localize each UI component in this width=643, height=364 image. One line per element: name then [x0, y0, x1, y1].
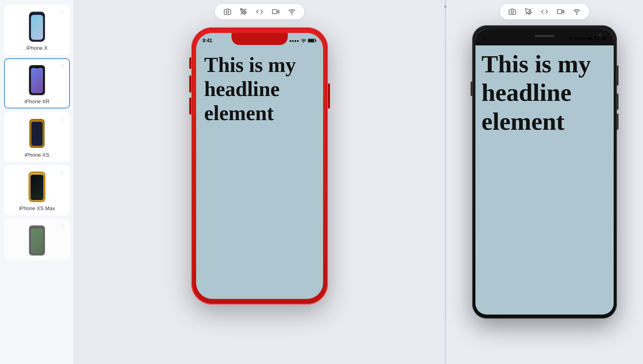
svg-point-14 [576, 14, 577, 14]
code-icon[interactable] [255, 7, 264, 16]
android-vol-up-button [617, 94, 618, 110]
android-vol-down-button [617, 114, 618, 130]
left-preview-pane: 9:41 ●●●● [74, 0, 445, 364]
video-icon[interactable] [271, 7, 280, 16]
sidebar-item-iphone-xr[interactable]: ☆ iPhone XR [4, 58, 70, 108]
svg-rect-9 [308, 39, 314, 42]
favorite-icon[interactable]: ☆ [60, 223, 65, 229]
svg-marker-3 [277, 10, 279, 13]
status-icons: ●●●● [289, 39, 317, 43]
notch [231, 33, 288, 45]
android-screen: ↻ 100% [475, 29, 614, 315]
svg-marker-12 [562, 10, 564, 13]
expand-icon[interactable]: » [444, 3, 447, 10]
sidebar-item-iphone-xs-max[interactable]: ☆ iPhone XS Max [4, 165, 70, 215]
svg-point-5 [291, 14, 292, 14]
silent-button [189, 57, 191, 69]
iphone-xr-mockup: 9:41 ●●●● [191, 27, 328, 305]
favorite-icon[interactable]: ☆ [60, 116, 65, 122]
device-label: iPhone XS [25, 152, 49, 158]
wifi-icon[interactable] [572, 7, 581, 16]
pen-slash-icon[interactable] [524, 7, 533, 16]
svg-point-0 [226, 11, 229, 13]
video-icon[interactable] [556, 7, 565, 16]
android-status-time: 12:42 [594, 36, 606, 41]
favorite-icon[interactable]: ☆ [60, 169, 65, 176]
right-preview-pane: ↻ 100% [446, 0, 643, 364]
sidebar-item-iphone-11[interactable]: ☆ [4, 219, 70, 260]
android-spinner-icon: ↻ [483, 36, 487, 41]
camera-icon[interactable] [508, 7, 517, 16]
android-status-bar: ↻ 100% [475, 29, 614, 44]
svg-rect-8 [315, 40, 316, 41]
svg-point-6 [303, 42, 304, 43]
favorite-icon[interactable]: ☆ [60, 9, 65, 15]
right-toolbar [500, 4, 589, 19]
headline-text: This is my headline element [204, 53, 315, 125]
favorite-icon[interactable]: ☆ [60, 62, 65, 69]
battery-text: 100% [575, 37, 586, 41]
android-power-button [617, 65, 618, 86]
pane-divider: » [445, 0, 446, 364]
iphone-content: This is my headline element [196, 45, 323, 299]
left-toolbar [215, 4, 304, 19]
android-content: This is my headline element [475, 44, 614, 315]
sidebar-item-iphone-x[interactable]: ☆ iPhone X [4, 5, 70, 55]
device-sidebar: ☆ iPhone X ☆ iPhone XR ☆ iPhone XS [0, 0, 74, 364]
camera-icon[interactable] [223, 7, 232, 16]
volume-up-button [189, 76, 191, 92]
status-time: 9:41 [203, 38, 212, 43]
iphone-screen: 9:41 ●●●● [196, 33, 323, 299]
svg-point-15 [571, 40, 571, 41]
android-mockup: ↻ 100% [472, 25, 617, 319]
device-label: iPhone XS Max [19, 205, 55, 211]
svg-rect-4 [272, 10, 277, 14]
device-label: iPhone XR [25, 98, 49, 104]
svg-point-10 [511, 11, 514, 13]
svg-rect-13 [557, 10, 562, 14]
wifi-icon[interactable] [287, 7, 296, 16]
android-status-icons: 100% 12:42 [568, 36, 606, 41]
android-headline-text: This is my headline element [481, 50, 591, 135]
android-bixby-button [471, 82, 472, 96]
svg-rect-18 [587, 38, 592, 39]
svg-rect-17 [592, 38, 592, 39]
sidebar-item-iphone-xs[interactable]: ☆ iPhone XS [4, 112, 70, 162]
volume-down-button [189, 98, 191, 115]
code-icon[interactable] [540, 7, 549, 16]
signal-icon: ●●●● [289, 39, 299, 43]
device-label: iPhone X [27, 45, 48, 51]
main-content: 9:41 ●●●● [74, 0, 643, 364]
power-button [328, 84, 330, 108]
pen-slash-icon[interactable] [239, 7, 248, 16]
